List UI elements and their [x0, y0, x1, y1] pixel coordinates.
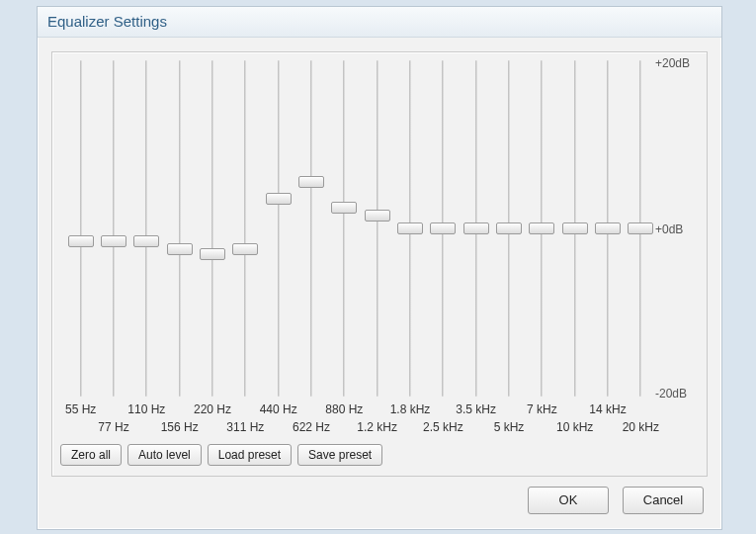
slider-thumb[interactable] — [529, 222, 554, 234]
slider-track — [278, 60, 280, 397]
slider-thumb[interactable] — [232, 243, 258, 255]
freq-label: 10 kHz — [546, 420, 605, 434]
freq-label: 311 Hz — [215, 420, 275, 434]
freq-label: 20 kHz — [611, 420, 670, 434]
cancel-button[interactable]: Cancel — [623, 487, 704, 514]
freq-label: 55 Hz — [51, 402, 111, 416]
slider-thumb[interactable] — [365, 210, 390, 222]
slider-thumb[interactable] — [200, 248, 225, 260]
eq-slider[interactable] — [595, 60, 621, 397]
freq-label: 1.8 kHz — [380, 402, 440, 416]
eq-slider[interactable] — [496, 60, 522, 397]
eq-slider[interactable] — [628, 60, 653, 397]
freq-label: 7 kHz — [512, 402, 571, 416]
db-max-label: +20dB — [655, 56, 699, 70]
slider-thumb[interactable] — [628, 222, 653, 234]
dialog-button-row: OK Cancel — [51, 487, 708, 514]
eq-slider[interactable] — [68, 60, 94, 397]
eq-slider[interactable] — [298, 60, 324, 397]
slider-track — [377, 60, 378, 397]
save-preset-button[interactable]: Save preset — [297, 444, 382, 466]
slider-thumb[interactable] — [266, 193, 292, 205]
slider-track — [211, 60, 213, 397]
freq-label: 1.2 kHz — [348, 420, 407, 434]
eq-slider[interactable] — [266, 60, 292, 397]
eq-slider[interactable] — [397, 60, 423, 397]
freq-label: 2.5 kHz — [413, 420, 472, 434]
freq-label: 110 Hz — [117, 402, 176, 416]
slider-track — [179, 60, 181, 397]
slider-thumb[interactable] — [331, 202, 357, 214]
slider-thumb[interactable] — [167, 243, 193, 255]
equalizer-dialog: Equalizer Settings +20dB +0dB -20dB 55 H… — [37, 6, 722, 530]
slider-thumb[interactable] — [463, 222, 489, 234]
eq-slider[interactable] — [529, 60, 554, 397]
slider-thumb[interactable] — [496, 222, 522, 234]
eq-slider[interactable] — [562, 60, 588, 397]
freq-label: 622 Hz — [282, 420, 341, 434]
slider-thumb[interactable] — [298, 176, 324, 188]
slider-track — [343, 60, 345, 397]
zero-all-button[interactable]: Zero all — [60, 444, 122, 466]
eq-slider[interactable] — [167, 60, 193, 397]
db-zero-label: +0dB — [655, 222, 699, 236]
freq-label: 3.5 kHz — [447, 402, 506, 416]
eq-slider[interactable] — [232, 60, 258, 397]
eq-panel: +20dB +0dB -20dB 55 Hz77 Hz110 Hz156 Hz2… — [51, 51, 708, 477]
freq-labels: 55 Hz77 Hz110 Hz156 Hz220 Hz311 Hz440 Hz… — [64, 402, 653, 438]
freq-label: 156 Hz — [150, 420, 210, 434]
freq-label: 5 kHz — [479, 420, 539, 434]
freq-label: 220 Hz — [183, 402, 242, 416]
db-min-label: -20dB — [655, 387, 699, 400]
slider-thumb[interactable] — [430, 222, 456, 234]
slider-thumb[interactable] — [133, 235, 159, 247]
slider-track — [113, 60, 115, 397]
freq-label: 880 Hz — [314, 402, 374, 416]
freq-label: 14 kHz — [578, 402, 637, 416]
slider-thumb[interactable] — [397, 222, 423, 234]
load-preset-button[interactable]: Load preset — [208, 444, 292, 466]
slider-track — [145, 60, 147, 397]
slider-thumb[interactable] — [101, 235, 126, 247]
eq-slider[interactable] — [463, 60, 489, 397]
eq-slider[interactable] — [430, 60, 456, 397]
eq-slider[interactable] — [331, 60, 357, 397]
freq-label: 77 Hz — [84, 420, 143, 434]
eq-slider[interactable] — [133, 60, 159, 397]
slider-track — [80, 60, 82, 397]
slider-thumb[interactable] — [595, 222, 621, 234]
slider-area: +20dB +0dB -20dB — [64, 60, 653, 397]
slider-thumb[interactable] — [562, 222, 588, 234]
auto-level-button[interactable]: Auto level — [127, 444, 202, 466]
eq-slider[interactable] — [200, 60, 225, 397]
eq-slider[interactable] — [101, 60, 126, 397]
slider-track — [244, 60, 246, 397]
slider-thumb[interactable] — [68, 235, 94, 247]
freq-label: 440 Hz — [249, 402, 308, 416]
preset-button-row: Zero all Auto level Load preset Save pre… — [60, 444, 699, 466]
eq-slider[interactable] — [365, 60, 390, 397]
dialog-title: Equalizer Settings — [38, 7, 721, 38]
ok-button[interactable]: OK — [528, 487, 609, 514]
slider-track — [310, 60, 312, 397]
